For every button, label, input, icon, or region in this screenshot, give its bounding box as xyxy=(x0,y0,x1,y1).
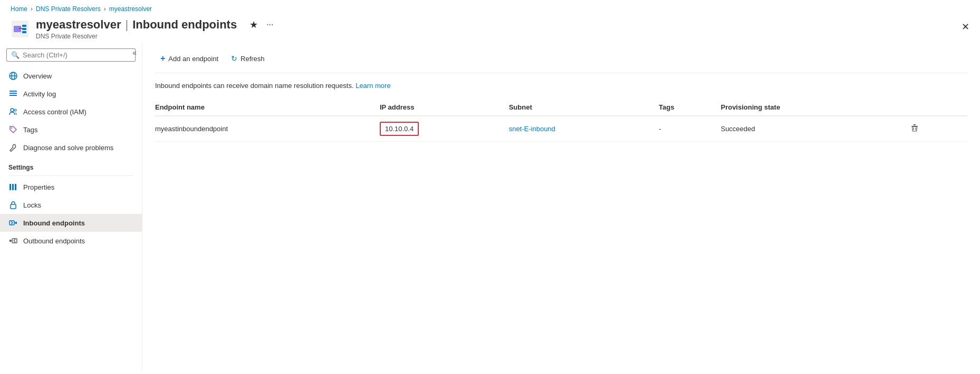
more-actions-button[interactable]: ··· xyxy=(264,20,275,29)
lock-icon xyxy=(8,200,18,210)
search-box[interactable]: 🔍 xyxy=(6,48,136,62)
col-endpoint-name: Endpoint name xyxy=(155,99,380,116)
sidebar-item-locks[interactable]: Locks xyxy=(0,196,142,214)
table-row: myeastinboundendpoint 10.10.0.4 snet-E-i… xyxy=(155,116,967,142)
sidebar-label-locks: Locks xyxy=(23,201,41,209)
svg-point-14 xyxy=(11,127,12,129)
sidebar-item-outbound-endpoints[interactable]: Outbound endpoints xyxy=(0,232,142,250)
col-subnet: Subnet xyxy=(509,99,659,116)
sidebar-item-properties[interactable]: Properties xyxy=(0,178,142,196)
endpoints-table-container: Endpoint name IP address Subnet Tags Pro… xyxy=(155,99,967,142)
outbound-icon xyxy=(8,236,18,245)
refresh-button[interactable]: ↻ Refresh xyxy=(226,51,270,66)
svg-rect-2 xyxy=(22,25,26,27)
col-actions xyxy=(907,99,967,116)
sidebar-label-access-control: Access control (IAM) xyxy=(23,108,87,116)
sidebar: 🔍 « Overview Activity log Access control… xyxy=(0,42,142,371)
page-title: Inbound endpoints xyxy=(132,18,237,32)
sidebar-item-tags[interactable]: Tags xyxy=(0,121,142,139)
svg-rect-16 xyxy=(12,184,14,190)
main-layout: 🔍 « Overview Activity log Access control… xyxy=(0,42,980,371)
breadcrumb: Home › DNS Private Resolvers › myeastres… xyxy=(0,0,980,16)
svg-rect-15 xyxy=(9,184,11,190)
svg-rect-4 xyxy=(22,31,26,33)
delete-endpoint-button[interactable] xyxy=(907,123,922,135)
col-tags: Tags xyxy=(659,99,720,116)
svg-point-13 xyxy=(14,109,16,111)
main-content: + Add an endpoint ↻ Refresh Inbound endp… xyxy=(142,42,980,371)
svg-rect-11 xyxy=(9,95,17,96)
plus-icon: + xyxy=(160,54,165,63)
svg-rect-17 xyxy=(15,184,16,190)
breadcrumb-dns[interactable]: DNS Private Resolvers xyxy=(36,5,101,13)
sidebar-item-diagnose[interactable]: Diagnose and solve problems xyxy=(0,139,142,156)
resource-icon xyxy=(11,19,30,38)
svg-rect-3 xyxy=(22,28,26,30)
sidebar-label-outbound-endpoints: Outbound endpoints xyxy=(23,237,85,245)
sidebar-label-activity-log: Activity log xyxy=(23,90,56,98)
sidebar-label-properties: Properties xyxy=(23,183,54,191)
collapse-sidebar-button[interactable]: « xyxy=(132,48,137,57)
cell-ip-address: 10.10.0.4 xyxy=(380,116,509,142)
svg-rect-19 xyxy=(9,221,14,225)
cell-endpoint-name: myeastinboundendpoint xyxy=(155,116,380,142)
sidebar-label-overview: Overview xyxy=(23,72,52,80)
wrench-icon xyxy=(8,143,18,152)
col-provisioning-state: Provisioning state xyxy=(720,99,907,116)
svg-rect-10 xyxy=(9,93,17,94)
sidebar-label-diagnose: Diagnose and solve problems xyxy=(23,144,113,152)
sidebar-label-tags: Tags xyxy=(23,126,37,134)
subnet-link[interactable]: snet-E-inbound xyxy=(509,125,555,133)
info-bar: Inbound endpoints can receive domain nam… xyxy=(155,82,967,90)
settings-section-label: Settings xyxy=(0,156,142,173)
svg-rect-18 xyxy=(11,204,16,209)
resource-type: DNS Private Resolver xyxy=(36,33,275,40)
sidebar-label-inbound-endpoints: Inbound endpoints xyxy=(23,219,85,227)
refresh-icon: ↻ xyxy=(231,54,237,63)
svg-rect-5 xyxy=(19,28,22,29)
add-endpoint-label: Add an endpoint xyxy=(168,55,218,63)
svg-rect-24 xyxy=(914,124,916,125)
ip-address-value: 10.10.0.4 xyxy=(380,122,419,136)
favorite-button[interactable]: ★ xyxy=(248,19,259,31)
toolbar: + Add an endpoint ↻ Refresh xyxy=(155,51,967,73)
breadcrumb-resolver[interactable]: myeastresolver xyxy=(109,5,152,13)
endpoints-table: Endpoint name IP address Subnet Tags Pro… xyxy=(155,99,967,142)
list-icon xyxy=(8,89,18,99)
breadcrumb-home[interactable]: Home xyxy=(11,5,27,13)
col-ip-address: IP address xyxy=(380,99,509,116)
learn-more-link[interactable]: Learn more xyxy=(356,82,390,90)
close-button[interactable]: ✕ xyxy=(962,21,969,33)
delete-icon xyxy=(910,124,919,132)
properties-icon xyxy=(8,182,18,192)
table-header-row: Endpoint name IP address Subnet Tags Pro… xyxy=(155,99,967,116)
refresh-label: Refresh xyxy=(241,55,265,63)
search-icon: 🔍 xyxy=(11,51,20,59)
sidebar-item-access-control[interactable]: Access control (IAM) xyxy=(0,103,142,121)
svg-rect-9 xyxy=(9,91,17,92)
info-text: Inbound endpoints can receive domain nam… xyxy=(155,82,354,90)
sidebar-item-overview[interactable]: Overview xyxy=(0,67,142,85)
globe-icon xyxy=(8,71,18,81)
resource-name: myeastresolver xyxy=(36,18,121,32)
cell-tags: - xyxy=(659,116,720,142)
svg-point-12 xyxy=(11,109,14,112)
people-icon xyxy=(8,107,18,116)
page-header: myeastresolver | Inbound endpoints ★ ···… xyxy=(0,16,980,42)
sidebar-item-activity-log[interactable]: Activity log xyxy=(0,85,142,103)
tag-icon xyxy=(8,125,18,134)
cell-provisioning-state: Succeeded xyxy=(720,116,907,142)
cell-delete-action xyxy=(907,116,967,142)
settings-divider xyxy=(8,175,133,176)
cell-subnet: snet-E-inbound xyxy=(509,116,659,142)
add-endpoint-button[interactable]: + Add an endpoint xyxy=(155,51,224,66)
svg-rect-21 xyxy=(12,239,17,243)
inbound-icon xyxy=(8,218,18,228)
search-input[interactable] xyxy=(23,51,131,59)
sidebar-item-inbound-endpoints[interactable]: Inbound endpoints xyxy=(0,214,142,232)
header-actions: ★ ··· xyxy=(248,19,275,31)
